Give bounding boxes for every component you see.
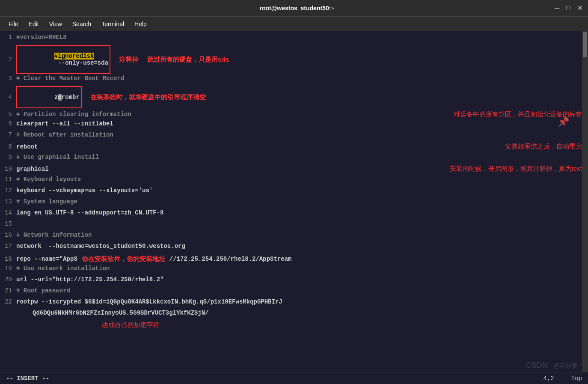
line-1: 1 #version=RHEL8	[0, 33, 582, 45]
window-title: root@westos_student50:~	[39, 5, 555, 12]
watermark-author: @稿粉姜	[554, 362, 578, 370]
line-8: 8 reboot 安装好系统之后，自动重启	[0, 142, 582, 153]
line-21: 21 # Root password	[0, 287, 582, 298]
menu-file[interactable]: File	[4, 19, 23, 29]
line-18: 18 repo --name="AppS 你在安装软件，你的安装地址 //172…	[0, 253, 582, 265]
line-22: 22 rootpw --iscrypted $6$1d=1QGpQu8K4AR$…	[0, 298, 582, 309]
line-15: 15	[0, 220, 582, 231]
line-2: 2 #ignoredisk --only-use=sda 注释掉 跳过所有的硬盘…	[0, 45, 582, 74]
window-controls: ─ □ ✕	[555, 5, 583, 12]
menu-edit[interactable]: Edit	[24, 19, 43, 29]
line-7: 7 # Reboot after installation	[0, 131, 582, 142]
line-19: 19 # Use network installation	[0, 265, 582, 276]
minimize-button[interactable]: ─	[555, 5, 559, 12]
line-3: 3 # Clear the Master Boot Record	[0, 74, 582, 86]
line-20: 20 url --url="http://172.25.254.250/rhel…	[0, 276, 582, 287]
line-14: 14 lang en_US.UTF-8 --addsupport=zh_CN.U…	[0, 209, 582, 220]
line-5: 5 # Partition clearing information 对设备中的…	[0, 109, 582, 120]
line-12: 12 keyboard --vckeymap=us --xlayouts='us…	[0, 187, 582, 198]
annotation-line-22: 改成自己的加密字符	[0, 320, 582, 330]
menu-search[interactable]: Search	[68, 19, 95, 29]
menu-terminal[interactable]: Terminal	[97, 19, 128, 29]
pin-icon: 📌	[558, 116, 569, 128]
maximize-button[interactable]: □	[566, 5, 570, 12]
statusbar: -- INSERT -- 4,2 Top	[0, 372, 588, 384]
terminal-area: 1 #version=RHEL8 2 #ignoredisk --only-us…	[0, 31, 588, 372]
close-button[interactable]: ✕	[577, 5, 583, 12]
menu-view[interactable]: View	[45, 19, 66, 29]
menu-help[interactable]: Help	[130, 19, 151, 29]
line-17: 17 network --hostname=westos_student50.w…	[0, 242, 582, 253]
cursor-position: 4,2	[543, 375, 554, 382]
line-13: 13 # System language	[0, 198, 582, 209]
line-10: 10 graphical 安装的时候，开启图形，将其注释掉，换为text	[0, 164, 582, 176]
scroll-position: Top	[571, 375, 582, 382]
vim-mode: -- INSERT --	[6, 375, 49, 382]
scrollbar-thumb[interactable]	[583, 32, 587, 57]
line-6: 6 clearpart --all --initlabel	[0, 120, 582, 131]
terminal-content[interactable]: 1 #version=RHEL8 2 #ignoredisk --only-us…	[0, 31, 582, 372]
line-11: 11 # Keyboard layouts	[0, 176, 582, 187]
line-16: 16 # Network information	[0, 231, 582, 242]
scrollbar[interactable]	[582, 31, 588, 372]
watermark-csdn: CSDN	[526, 361, 548, 370]
menubar: File Edit View Search Terminal Help	[0, 16, 588, 31]
titlebar: root@westos_student50:~ ─ □ ✕	[0, 0, 588, 16]
line-4: 4 zerombr 在装系统时，就将硬盘中的引导程序清空	[0, 86, 582, 109]
line-22-cont: Qd6DQu6NkHMrGbN2PZsInnyoUS.5G9SDrVUCT3gl…	[0, 309, 582, 320]
line-9: 9 # Use graphical install	[0, 153, 582, 164]
